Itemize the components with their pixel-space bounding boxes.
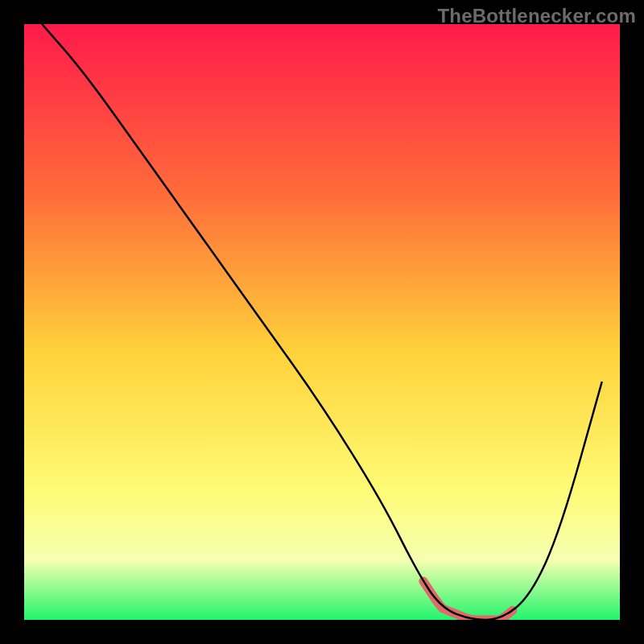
- bottleneck-chart: [24, 24, 620, 620]
- watermark-text: TheBottlenecker.com: [437, 5, 636, 27]
- chart-frame: [24, 24, 620, 620]
